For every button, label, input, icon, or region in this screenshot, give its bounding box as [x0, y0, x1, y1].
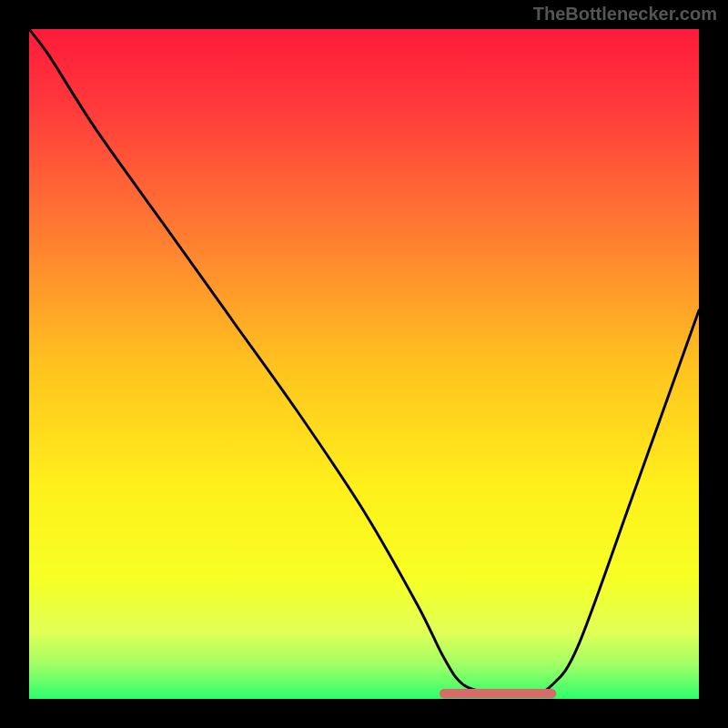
watermark-text: TheBottlenecker.com	[533, 4, 717, 25]
curve-layer	[29, 29, 699, 699]
chart-outer-frame: TheBottlenecker.com	[0, 0, 728, 728]
flat-zone-highlight	[440, 689, 556, 698]
svg-point-3	[547, 689, 556, 698]
bottleneck-curve	[29, 29, 699, 694]
plot-area	[29, 29, 699, 699]
svg-point-2	[440, 689, 449, 698]
